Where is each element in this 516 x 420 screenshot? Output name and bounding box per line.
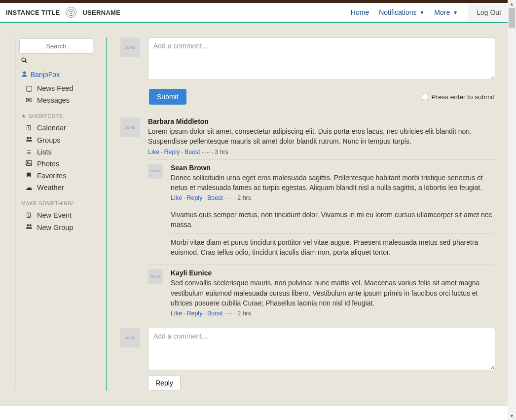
like-button[interactable]: Like — [171, 310, 182, 317]
comment: 50×50 Sean Brown Donec sollicitudin urna… — [148, 160, 495, 265]
press-enter-label: Press enter to submit — [431, 93, 494, 101]
comment-time: 2 hrs — [237, 194, 251, 201]
avatar: 50×50 — [120, 38, 140, 57]
user-icon — [21, 71, 28, 78]
username: USERNAME — [82, 9, 120, 16]
news-feed-icon: ▢ — [25, 84, 33, 92]
nav-notifications-label: Notifications — [379, 8, 416, 16]
comment-author: Kayli Eunice — [171, 269, 495, 277]
reply-button[interactable]: Reply — [186, 310, 202, 317]
comment-author: Sean Brown — [171, 164, 495, 172]
groups-icon — [25, 136, 33, 144]
sidebar-item-favorites[interactable]: Favorites — [19, 170, 102, 182]
sidebar-heading-make: MAKE SOMETHING! — [21, 200, 102, 206]
comment-continuation: Vivamus quis semper metus, non tincidunt… — [171, 206, 495, 233]
sidebar-item-label: Weather — [37, 184, 64, 191]
svg-point-2 — [72, 11, 73, 12]
sidebar-item-photos[interactable]: Photos — [19, 158, 102, 170]
avatar: 50×50 — [148, 164, 163, 179]
svg-point-9 — [27, 162, 28, 163]
sidebar-item-label: New Group — [37, 224, 73, 231]
sidebar-item-label: Favorites — [37, 172, 67, 180]
svg-point-6 — [27, 137, 29, 139]
sidebar-item-label: Photos — [37, 160, 59, 168]
reply-button[interactable]: Reply — [164, 149, 180, 155]
calendar-icon: 🗓︎ — [25, 211, 33, 219]
svg-line-4 — [25, 61, 27, 63]
svg-point-7 — [29, 137, 31, 139]
search-icon[interactable] — [21, 57, 27, 65]
svg-point-11 — [29, 224, 31, 226]
sidebar-item-weather[interactable]: ☁ Weather — [19, 182, 102, 193]
compose-row: 50×50 — [120, 38, 495, 86]
comment-text: Donec sollicitudin urna eget eros malesu… — [171, 173, 495, 193]
logout-button[interactable]: Log Out — [468, 3, 510, 21]
sidebar-item-label: Messages — [37, 96, 70, 104]
sidebar-item-news-feed[interactable]: ▢ News Feed — [19, 82, 102, 94]
more-actions[interactable]: ··· — [205, 149, 210, 155]
nav-more[interactable]: More ▼ — [429, 8, 463, 16]
sidebar-item-groups[interactable]: Groups — [19, 134, 102, 146]
scrollbar-thumb[interactable] — [509, 8, 515, 28]
profile-link[interactable]: BanjoFox — [21, 71, 102, 78]
submit-button[interactable]: Submit — [149, 89, 186, 105]
sidebar-item-label: Lists — [37, 148, 52, 156]
scroll-up-icon[interactable]: ▲ — [510, 1, 514, 6]
comment-actions: Like·Reply·Boost·····2 hrs — [171, 194, 495, 201]
comment-actions: Like·Reply·Boost·····3 hrs — [148, 149, 495, 155]
sidebar-item-calendar[interactable]: 🗓︎ Calendar — [19, 122, 102, 134]
comment-actions: Like·Reply·Boost·····2 hrs — [171, 310, 495, 317]
svg-point-3 — [22, 58, 26, 62]
nav-home[interactable]: Home — [346, 8, 374, 16]
avatar: 50×50 — [120, 328, 140, 347]
boost-button[interactable]: Boost — [184, 149, 200, 155]
comment-time: 2 hrs — [237, 310, 251, 317]
scrollbar[interactable]: ▲ ▼ — [508, 0, 516, 420]
comment-text: Sed convallis scelerisque mauris, non pu… — [171, 278, 495, 308]
comment-author: Barbara Middleton — [148, 117, 495, 125]
avatar: 50×50 — [120, 117, 140, 137]
compose-input[interactable] — [148, 38, 495, 80]
reply-submit-button[interactable]: Reply — [148, 375, 181, 391]
svg-point-1 — [70, 11, 71, 12]
calendar-icon: 🗓︎ — [25, 124, 33, 132]
sidebar: BanjoFox ▢ News Feed ✉ Messages ★ SHORTC… — [15, 38, 107, 391]
comment: 50×50 Barbara Middleton Lorem ipsum dolo… — [120, 114, 495, 159]
sidebar-item-label: New Event — [37, 211, 72, 219]
svg-point-5 — [23, 71, 26, 74]
replies: 50×50 Sean Brown Donec sollicitudin urna… — [148, 159, 495, 321]
sidebar-item-lists[interactable]: ≡ Lists — [19, 146, 102, 158]
sidebar-item-new-group[interactable]: New Group — [19, 221, 102, 233]
press-enter-checkbox[interactable] — [422, 94, 428, 100]
star-icon: ★ — [21, 113, 27, 119]
sidebar-item-label: Calendar — [37, 124, 66, 132]
chevron-down-icon: ▼ — [453, 10, 458, 15]
more-actions[interactable]: ··· — [227, 194, 232, 201]
like-button[interactable]: Like — [148, 149, 159, 155]
messages-icon: ✉ — [25, 96, 33, 104]
press-enter-toggle[interactable]: Press enter to submit — [422, 93, 494, 101]
comment-time: 3 hrs — [215, 149, 228, 155]
profile-name: BanjoFox — [31, 71, 60, 78]
reply-button[interactable]: Reply — [186, 194, 202, 201]
content: 50×50 Submit Press enter to submit 50×50… — [120, 38, 495, 391]
nav-notifications[interactable]: Notifications ▼ — [374, 8, 429, 16]
boost-button[interactable]: Boost — [207, 310, 223, 317]
favorites-icon — [25, 172, 33, 180]
more-actions[interactable]: ··· — [227, 310, 232, 317]
sidebar-item-new-event[interactable]: 🗓︎ New Event — [19, 209, 102, 221]
instance-title: INSTANCE TITLE — [6, 9, 60, 16]
sidebar-item-messages[interactable]: ✉ Messages — [19, 94, 102, 106]
compose-actions: Submit Press enter to submit — [148, 86, 495, 114]
svg-point-0 — [68, 9, 74, 15]
svg-rect-8 — [26, 161, 32, 166]
search-input[interactable] — [19, 38, 93, 54]
reply-input[interactable] — [148, 328, 495, 370]
avatar: 50×50 — [148, 269, 163, 284]
boost-button[interactable]: Boost — [207, 194, 223, 201]
like-button[interactable]: Like — [171, 194, 182, 201]
sidebar-heading-shortcuts: ★ SHORTCUTS — [21, 113, 102, 119]
lists-icon: ≡ — [25, 148, 33, 156]
scroll-down-icon[interactable]: ▼ — [510, 414, 514, 419]
comment-text: Lorem ipsum dolor sit amet, consectetur … — [148, 126, 495, 147]
